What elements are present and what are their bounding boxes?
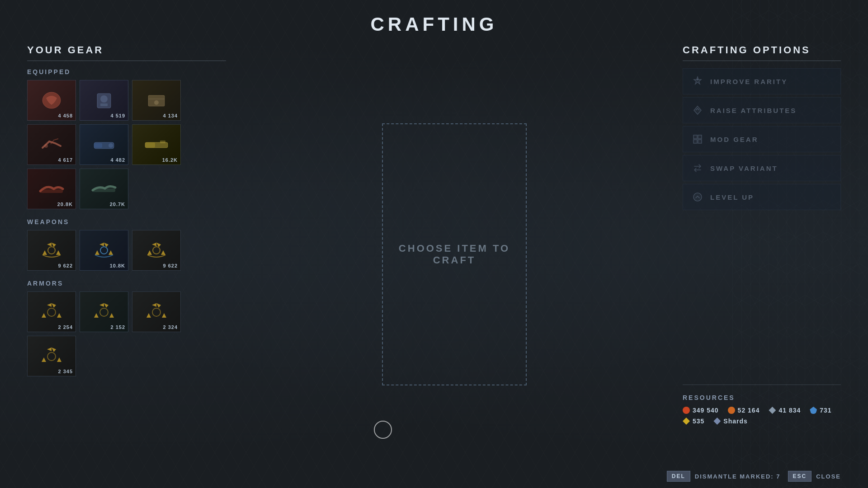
weapons-grid: 9 622 10.8K [27,230,226,271]
page-title: CRAFTING [0,14,868,35]
gear-item-ar1[interactable]: 2 254 [27,291,76,332]
grid-icon [691,133,704,145]
cursor-circle [374,421,392,439]
svg-rect-26 [698,135,702,139]
gear-icon-wp2 [88,237,120,264]
crafting-option-label-improve-rarity: IMPROVE RARITY [710,78,788,85]
gear-value-wp3: 9 622 [163,263,178,268]
resource-value-shards: Shards [723,418,747,425]
svg-point-22 [47,352,56,361]
svg-point-10 [108,143,113,148]
resource-dot-2 [728,407,735,414]
gear-icon-eq4 [36,131,67,158]
svg-rect-14 [40,189,63,193]
equipped-grid: 4 458 4 519 [27,80,226,209]
gear-item-eq7[interactable]: 20.8K [27,169,76,209]
center-panel: CHOOSE ITEM TO CRAFT [244,44,665,465]
resource-value-4: 731 [820,407,831,414]
gear-icon-ar1 [36,298,67,325]
resource-dot-5 [683,418,690,425]
svg-point-29 [693,193,702,201]
gear-item-ar4[interactable]: 2 345 [27,336,76,376]
resource-item-2: 52 164 [728,407,760,414]
crafting-option-mod-gear[interactable]: MOD GEAR [683,126,841,152]
crafting-option-label-swap-variant: SWAP VARIANT [710,164,778,172]
resource-item-4: 731 [810,407,831,414]
gear-icon-ar4 [36,343,67,370]
svg-rect-3 [100,103,108,106]
gear-icon-wp1 [36,237,67,264]
dismantle-button[interactable]: DEL DISMANTLE MARKED: 7 [667,471,781,482]
resource-value-5: 535 [693,418,704,425]
svg-rect-27 [693,140,697,143]
resources-row-2: 535 Shards [683,418,841,425]
your-gear-title: YOUR GEAR [27,44,226,61]
resource-value-1: 349 540 [693,407,719,414]
gear-icon-eq3 [141,87,172,114]
crafting-option-level-up[interactable]: LEVEL UP [683,184,841,210]
resource-value-3: 41 834 [778,407,801,414]
chevron-up-icon [691,191,704,203]
crafting-option-label-level-up: LEVEL UP [710,193,754,201]
arrows-icon [691,162,704,174]
equipped-label: EQUIPPED [27,68,226,75]
bottom-bar: DEL DISMANTLE MARKED: 7 ESC CLOSE [0,465,868,488]
gear-item-eq3[interactable]: 4 134 [132,80,181,121]
gear-item-wp1[interactable]: 9 622 [27,230,76,271]
crafting-option-improve-rarity[interactable]: IMPROVE RARITY [683,68,841,94]
svg-point-21 [152,308,160,316]
resource-dot-1 [683,407,690,414]
gear-item-eq1[interactable]: 4 458 [27,80,76,121]
svg-rect-25 [693,135,697,139]
crafting-option-swap-variant[interactable]: SWAP VARIANT [683,155,841,181]
svg-point-18 [153,247,160,254]
resource-item-3: 41 834 [769,407,801,414]
resources-section: RESOURCES 349 540 52 164 41 834 [683,385,841,428]
close-button[interactable]: ESC CLOSE [788,471,841,482]
gear-item-ar3[interactable]: 2 324 [132,291,181,332]
gear-icon-eq1 [36,87,67,114]
gear-icon-wp3 [141,237,172,264]
gear-value-ar1: 2 254 [58,324,73,330]
craft-box[interactable]: CHOOSE ITEM TO CRAFT [382,123,527,385]
gear-item-wp2[interactable]: 10.8K [80,230,128,271]
gear-value-eq2: 4 519 [110,113,125,118]
armors-label: ARMORS [27,280,226,287]
gear-item-wp3[interactable]: 9 622 [132,230,181,271]
gear-item-eq2[interactable]: 4 519 [80,80,128,121]
crafting-option-label-mod-gear: MOD GEAR [710,136,759,143]
svg-point-6 [154,100,159,105]
gear-value-eq3: 4 134 [163,113,178,118]
title-bar: CRAFTING [0,0,868,44]
gear-value-eq7: 20.8K [57,202,73,207]
svg-rect-28 [698,140,702,143]
crafting-option-raise-attributes[interactable]: RAISE ATTRIBUTES [683,97,841,123]
resource-dot-shards [713,418,721,425]
gear-value-eq6: 16.2K [162,157,178,163]
resources-title: RESOURCES [683,394,841,401]
crafting-option-label-raise-attributes: RAISE ATTRIBUTES [710,107,797,114]
gear-icon-eq2 [88,87,120,114]
gear-value-ar4: 2 345 [58,369,73,374]
resources-row-1: 349 540 52 164 41 834 731 [683,407,841,414]
dismantle-key: DEL [667,471,690,482]
gear-item-eq5[interactable]: 4 482 [80,124,128,165]
svg-point-2 [100,95,108,103]
gear-value-eq5: 4 482 [110,157,125,163]
resource-item-5: 535 [683,418,704,425]
gear-item-ar2[interactable]: 2 152 [80,291,128,332]
left-panel: YOUR GEAR EQUIPPED 4 458 [27,44,226,465]
resource-value-2: 52 164 [738,407,760,414]
resource-dot-3 [769,407,776,414]
gear-item-eq8[interactable]: 20.7K [80,169,128,209]
gear-icon-ar3 [141,298,172,325]
close-key: ESC [788,471,812,482]
svg-rect-13 [160,141,165,143]
star-plus-icon [691,75,704,88]
svg-rect-15 [93,188,115,192]
gear-item-eq6[interactable]: 16.2K [132,124,181,165]
gear-value-eq1: 4 458 [58,113,73,118]
gear-value-ar3: 2 324 [163,324,178,330]
gear-item-eq4[interactable]: 4 617 [27,124,76,165]
gear-icon-eq6 [141,131,172,158]
